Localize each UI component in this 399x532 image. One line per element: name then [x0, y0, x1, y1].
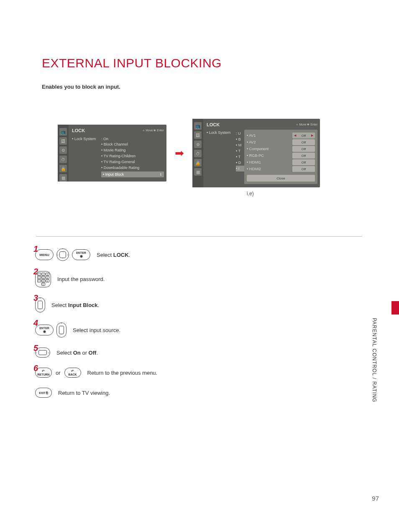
input-row-av1[interactable]: • AV1 ◀ Off ▶ [247, 132, 315, 139]
val: Off [302, 134, 306, 138]
osd2-title: LOCK [207, 122, 220, 127]
step-1: 1 MENU ˄ ˅ ‹ › ENTER ◉ Select LOCK. [35, 248, 244, 261]
step-text: Select Input Block. [51, 302, 99, 308]
back-button[interactable]: ↶ BACK [64, 368, 81, 378]
menu-block-channel[interactable]: • Block Channel [72, 141, 164, 147]
dpad-button[interactable]: ˄ ˅ ‹ › [56, 248, 69, 261]
step-7: EXIT ⎘ Return to TV viewing. [35, 388, 244, 398]
exit-button[interactable]: EXIT ⎘ [35, 388, 52, 398]
mid-1: • B [236, 136, 244, 142]
osd2-lock-system-label: • Lock System [207, 130, 236, 135]
osd2-icon-4: ⏱ [194, 150, 202, 157]
menu-movie-rating[interactable]: • Movie Rating [72, 147, 164, 153]
osd2-icon-5: 🔒 [194, 159, 202, 166]
enter-button[interactable]: ENTER ◉ [72, 249, 90, 260]
menu-tv-children[interactable]: • TV Rating-Children [72, 153, 164, 159]
step-2: 2 123 456 789 0 Input the password. [35, 271, 244, 287]
step-number: 2 [33, 267, 38, 276]
close-button[interactable]: Close [247, 175, 315, 182]
osd-icon-6: ▦ [59, 174, 67, 182]
step-number: 1 [33, 244, 38, 254]
input-block-panel: • AV1 ◀ Off ▶ • AV2 Off • Component Off [244, 130, 317, 184]
chevron-down-icon: ˅ [61, 334, 62, 337]
osd-hints: ⟡ Move ◉ Enter [143, 129, 164, 132]
mid-4: • T [236, 154, 244, 160]
step-5: 5 ‹ › Select On or Off. [35, 348, 244, 358]
input-row-av2[interactable]: • AV2 Off [247, 139, 315, 146]
back-label: BACK [68, 373, 77, 376]
exit-label: EXIT [39, 391, 46, 394]
osd-icon-5: 🔒 [59, 165, 67, 172]
page-title: EXTERNAL INPUT BLOCKING [42, 56, 222, 70]
instruction-steps: 1 MENU ˄ ˅ ‹ › ENTER ◉ Select LOCK. 2 12… [35, 248, 244, 408]
or-text: or [56, 370, 61, 376]
osd-icon-1: 📺 [59, 128, 67, 136]
step-number: 5 [33, 343, 38, 353]
input-label: • AV2 [247, 140, 290, 144]
enter-dot-icon: ◉ [80, 255, 83, 258]
input-row-hdmi2[interactable]: • HDMI2 Off [247, 166, 315, 172]
input-value-hdmi2[interactable]: Off [292, 166, 315, 172]
input-row-hdmi1[interactable]: • HDMI1 Off [247, 159, 315, 166]
osd-title: LOCK [72, 128, 85, 133]
step-text: Return to TV viewing. [58, 390, 110, 396]
ie-note: i.e) [247, 191, 254, 197]
lock-system-value: : On [101, 137, 164, 141]
exit-door-icon: ⎘ [46, 391, 48, 395]
step-number: 6 [33, 363, 38, 373]
step-text: Select LOCK. [97, 252, 130, 258]
input-value-component[interactable]: Off [292, 146, 315, 152]
osd2-icon-2: 🖼 [194, 131, 202, 139]
input-row-rgbpc[interactable]: • RGB-PC Off [247, 152, 315, 159]
step-number: 4 [33, 318, 38, 328]
input-value-rgbpc[interactable]: Off [292, 153, 315, 159]
mid-2: • M [236, 142, 244, 148]
input-value-av1[interactable]: ◀ Off ▶ [292, 133, 315, 138]
updown-icon: ⇕ [159, 173, 162, 176]
lock-system-label: • Lock System [72, 137, 101, 141]
osd-icon-4: ⏱ [59, 156, 67, 163]
step-number: 3 [33, 293, 38, 303]
input-label: • RGB-PC [247, 153, 290, 158]
osd-icon-2: 🖼 [59, 137, 67, 145]
return-label: RETURN [37, 373, 49, 376]
osd2-hints: ⟡ Move ◉ Enter [296, 123, 317, 126]
input-block-label: • Input Block [103, 172, 124, 176]
menu-input-block-highlighted[interactable]: • Input Block ⇕ [101, 171, 164, 177]
osd2-icon-1: 📺 [194, 122, 202, 130]
step-6: 6 ↶ RETURN or ↶ BACK Return to the previ… [35, 368, 244, 378]
osd2-icon-column: 📺 🖼 ⚙ ⏱ 🔒 ▦ [192, 119, 203, 187]
input-row-component[interactable]: • Component Off [247, 146, 315, 152]
step-text: Return to the previous menu. [87, 370, 158, 376]
divider [36, 236, 362, 237]
mid-0: : U [236, 130, 244, 136]
menu-tv-general[interactable]: • TV Rating-General [72, 159, 164, 165]
arrow-right-icon: ➡ [175, 147, 184, 160]
step-text: Select On or Off. [56, 350, 98, 356]
input-label: • Component [247, 147, 290, 151]
back-arrow-icon: ↶ [71, 370, 74, 373]
chevron-down-icon: ˅ [39, 309, 41, 312]
side-tab [391, 301, 399, 315]
osd-icon-3: ⚙ [59, 146, 67, 154]
screenshots-row: 📺 🖼 ⚙ ⏱ 🔒 ▦ LOCK ⟡ Move ◉ Enter • Lock S… [58, 119, 320, 187]
chevron-right-icon: › [49, 351, 49, 354]
osd-lock-menu: 📺 🖼 ⚙ ⏱ 🔒 ▦ LOCK ⟡ Move ◉ Enter • Lock S… [58, 125, 166, 182]
return-arrow-icon: ↶ [42, 370, 45, 373]
osd2-icon-6: ▦ [194, 168, 202, 176]
enter-label: ENTER [76, 251, 86, 254]
triangle-left-icon: ◀ [294, 134, 296, 137]
step-text: Select input source. [73, 327, 120, 333]
updown-button[interactable]: ˄ ˅ [56, 322, 66, 338]
step-text: Input the password. [57, 276, 105, 282]
mid-6: • I [236, 166, 244, 171]
step-4: 4 ENTER ◉ ˄ ˅ Select input source. [35, 322, 244, 338]
osd-input-block-submenu: 📺 🖼 ⚙ ⏱ 🔒 ▦ LOCK ⟡ Move ◉ Enter • Lock S… [192, 119, 320, 187]
step-3: 3 ˄ ˅ Select Input Block. [35, 297, 244, 312]
input-value-hdmi1[interactable]: Off [292, 159, 315, 165]
triangle-right-icon: ▶ [311, 134, 313, 137]
enter-dot-icon: ◉ [43, 330, 46, 333]
input-value-av2[interactable]: Off [292, 139, 315, 145]
menu-downloadable[interactable]: • Downloadable Rating [72, 165, 164, 171]
osd2-icon-3: ⚙ [194, 141, 202, 148]
